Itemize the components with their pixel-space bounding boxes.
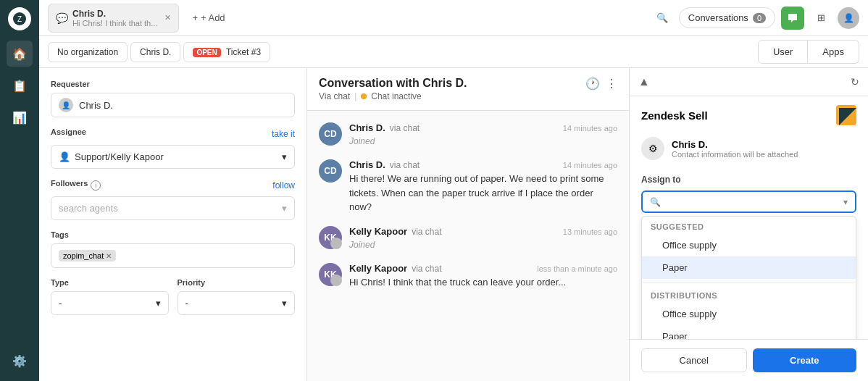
- assignee-select[interactable]: 👤 Support/Kelly Kapoor ▾: [51, 145, 295, 169]
- message-text: Joined: [349, 135, 617, 148]
- no-organization-tab[interactable]: No organization: [48, 42, 128, 62]
- ticket-tabs-bar: No organization Chris D. OPEN Ticket #3 …: [39, 36, 868, 68]
- assign-search-input[interactable]: 🔍 ▾: [641, 190, 856, 213]
- nav-settings[interactable]: ⚙️: [7, 348, 33, 374]
- message-content: Kelly Kapoor via chat less than a minute…: [349, 263, 617, 290]
- grid-view-button[interactable]: ⊞: [810, 7, 832, 29]
- followers-label: Followers: [51, 179, 88, 188]
- message-avatar: KK: [319, 263, 342, 286]
- main-content: 💬 Chris D. Hi Chris! I think that th... …: [39, 0, 868, 381]
- collapse-button[interactable]: ▲: [638, 75, 650, 88]
- assign-search-text[interactable]: [665, 196, 839, 207]
- create-button[interactable]: Create: [753, 348, 857, 372]
- left-panel: Requester 👤 Chris D. Assignee take it 👤 …: [39, 68, 307, 381]
- chat-actions: 🕐 ⋮: [585, 77, 617, 91]
- message-row: CD Chris D. via chat 14 minutes ago Join…: [319, 122, 617, 148]
- nav-home[interactable]: 🏠: [7, 41, 33, 67]
- assignee-label: Assignee: [51, 127, 86, 136]
- tag-value: zopim_chat: [63, 251, 104, 260]
- message-row: KK Kelly Kapoor via chat 13 minutes ago …: [319, 226, 617, 251]
- nav-tickets[interactable]: 📋: [7, 72, 33, 99]
- message-time: 14 minutes ago: [563, 124, 617, 133]
- assign-dropdown: Suggested Office supply Paper Distributi…: [641, 216, 856, 348]
- requester-field[interactable]: 👤 Chris D.: [51, 93, 295, 117]
- message-content: Chris D. via chat 14 minutes ago Hi ther…: [349, 159, 617, 214]
- tab-subtitle: Hi Chris! I think that th...: [72, 19, 157, 28]
- body-area: Requester 👤 Chris D. Assignee take it 👤 …: [39, 68, 868, 381]
- history-icon[interactable]: 🕐: [585, 77, 600, 91]
- ticket-tab[interactable]: OPEN Ticket #3: [183, 42, 270, 62]
- refresh-icon[interactable]: ↻: [851, 76, 859, 88]
- tag-remove-button[interactable]: ✕: [106, 252, 112, 260]
- priority-select[interactable]: - ▾: [178, 291, 296, 315]
- take-it-link[interactable]: take it: [272, 129, 295, 139]
- message-meta: Kelly Kapoor via chat 13 minutes ago: [349, 226, 617, 237]
- requester-label: Requester: [51, 80, 295, 88]
- tag-chip: zopim_chat ✕: [59, 250, 116, 261]
- message-channel: via chat: [412, 264, 441, 274]
- message-time: 13 minutes ago: [563, 227, 617, 236]
- type-value: -: [59, 298, 62, 309]
- message-channel: via chat: [412, 227, 441, 237]
- message-row: KK Kelly Kapoor via chat less than a min…: [319, 263, 617, 290]
- message-row: CD Chris D. via chat 14 minutes ago Hi t…: [319, 159, 617, 214]
- conversations-button[interactable]: Conversations 0: [679, 7, 775, 28]
- chat-inactive-dot: [361, 93, 367, 99]
- followers-group: Followers i follow search agents ▾: [51, 179, 295, 220]
- type-field: Type - ▾: [51, 278, 169, 315]
- message-author: Kelly Kapoor: [349, 226, 407, 237]
- chat-status: Chat inactive: [371, 91, 421, 101]
- followers-header: Followers i follow: [51, 179, 295, 192]
- search-icon: 🔍: [650, 197, 661, 207]
- follow-link[interactable]: follow: [272, 180, 295, 190]
- search-agents-field[interactable]: search agents ▾: [51, 196, 295, 220]
- priority-field: Priority - ▾: [178, 278, 296, 315]
- section-divider: [642, 282, 856, 282]
- right-panel: ▲ ↻ Zendesk Sell ⚙ Chris D. Contact info…: [629, 68, 868, 381]
- cancel-button[interactable]: Cancel: [641, 348, 747, 372]
- type-priority-row: Type - ▾ Priority - ▾: [51, 278, 295, 325]
- message-meta: Kelly Kapoor via chat less than a minute…: [349, 263, 617, 274]
- logo: Z: [8, 7, 31, 30]
- add-label: + Add: [201, 12, 225, 23]
- type-chevron: ▾: [156, 298, 161, 309]
- status-button: [781, 7, 804, 30]
- distributions-section-label: Distributions: [642, 285, 856, 303]
- message-avatar: CD: [319, 122, 342, 146]
- more-options-icon[interactable]: ⋮: [606, 77, 617, 91]
- user-tab[interactable]: User: [758, 40, 808, 64]
- message-avatar: KK: [319, 226, 342, 249]
- assignee-group: Assignee take it 👤 Support/Kelly Kapoor …: [51, 127, 295, 169]
- tab-close-button[interactable]: ✕: [164, 13, 171, 22]
- distribution-office-supply[interactable]: Office supply: [642, 303, 856, 325]
- add-button[interactable]: + + Add: [185, 8, 232, 28]
- apps-tab[interactable]: Apps: [808, 40, 859, 64]
- tab-info: Chris D. Hi Chris! I think that th...: [72, 9, 157, 28]
- message-avatar: CD: [319, 159, 342, 183]
- tab-chat-icon: 💬: [56, 12, 68, 24]
- right-tabs: User Apps: [758, 40, 859, 64]
- message-text: Hi Chris! I think that the truck can lea…: [349, 275, 617, 290]
- assign-chevron-icon: ▾: [843, 197, 848, 207]
- requester-name: Chris D.: [79, 100, 113, 111]
- no-org-label: No organization: [57, 47, 118, 57]
- suggested-paper[interactable]: Paper: [642, 256, 856, 279]
- message-author: Chris D.: [349, 122, 385, 133]
- search-agents-chevron: ▾: [282, 203, 287, 214]
- type-select[interactable]: - ▾: [51, 291, 169, 315]
- nav-reports[interactable]: 📊: [7, 104, 33, 130]
- conversations-label: Conversations: [688, 12, 748, 23]
- open-badge: OPEN: [193, 48, 220, 57]
- tags-input[interactable]: zopim_chat ✕: [51, 243, 295, 268]
- tags-group: Tags zopim_chat ✕: [51, 230, 295, 268]
- assign-to-label: Assign to: [630, 172, 868, 188]
- active-tab[interactable]: 💬 Chris D. Hi Chris! I think that th... …: [48, 4, 179, 33]
- contact-note: Contact information will be attached: [672, 150, 798, 159]
- requester-group: Requester 👤 Chris D.: [51, 80, 295, 117]
- suggested-office-supply[interactable]: Office supply: [642, 234, 856, 256]
- bottom-buttons: Cancel Create: [630, 339, 868, 381]
- person-tab[interactable]: Chris D.: [130, 42, 180, 62]
- user-avatar[interactable]: 👤: [838, 7, 859, 29]
- search-button[interactable]: 🔍: [651, 7, 673, 29]
- search-agents-placeholder: search agents: [59, 203, 118, 214]
